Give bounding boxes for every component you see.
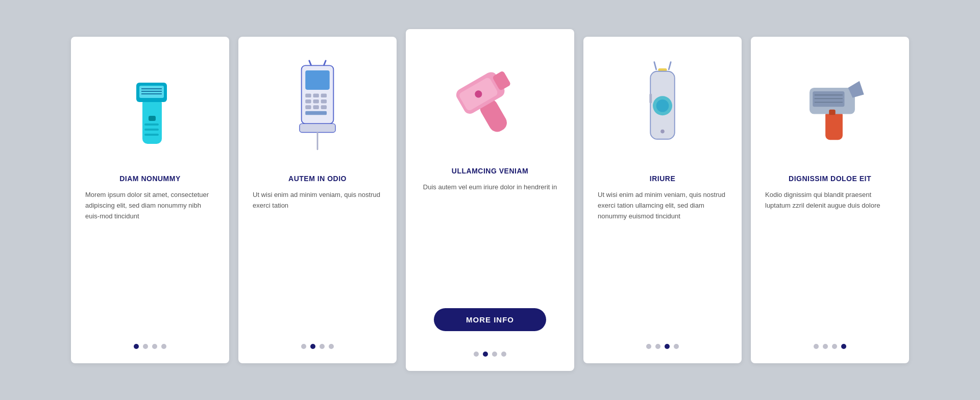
card-4-icon-area xyxy=(598,52,727,164)
card-2: AUTEM IN ODIO Ut wisi enim ad minim veni… xyxy=(238,37,397,363)
svg-rect-14 xyxy=(305,70,330,90)
svg-rect-18 xyxy=(305,99,311,104)
card-1-icon-area xyxy=(85,52,215,164)
dot xyxy=(814,344,819,349)
svg-line-32 xyxy=(669,62,671,69)
svg-rect-9 xyxy=(144,134,159,136)
card-5-title: DIGNISSIM DOLOE EIT xyxy=(789,174,871,183)
svg-point-37 xyxy=(656,99,669,112)
svg-rect-6 xyxy=(149,116,156,121)
svg-rect-22 xyxy=(313,105,318,109)
dot xyxy=(832,344,837,349)
svg-rect-24 xyxy=(305,111,327,115)
dot xyxy=(474,352,479,357)
svg-rect-19 xyxy=(313,99,318,104)
svg-rect-15 xyxy=(305,94,311,98)
card-4-text: Ut wisi enim ad minim veniam, quis nostr… xyxy=(598,190,727,334)
svg-line-31 xyxy=(654,62,656,69)
svg-rect-7 xyxy=(144,123,159,126)
card-5-text: Kodio dignissim qui blandit praesent lup… xyxy=(765,190,895,334)
card-4-title: IRIURE xyxy=(650,174,675,183)
dot xyxy=(483,352,488,357)
card-5-icon-area xyxy=(765,52,895,164)
card-1: DIAM NONUMMY Morem ipsum dolor sit amet,… xyxy=(71,37,229,363)
handheld-device-icon xyxy=(634,60,691,157)
card-2-title: AUTEM IN ODIO xyxy=(288,174,347,183)
more-info-button[interactable]: MORE INFO xyxy=(434,308,546,331)
svg-rect-2 xyxy=(139,86,164,98)
card-1-dots xyxy=(134,344,166,349)
card-2-text: Ut wisi enim ad minim veniam, quis nostr… xyxy=(253,190,382,334)
card-3: ULLAMCING VENIAM Duis autem vel eum iriu… xyxy=(406,29,574,371)
dot xyxy=(301,344,306,349)
dot xyxy=(655,344,660,349)
card-5: DIGNISSIM DOLOE EIT Kodio dignissim qui … xyxy=(751,37,909,363)
barcode-scanner-icon-1 xyxy=(117,62,183,154)
dot xyxy=(329,344,334,349)
dot xyxy=(674,344,679,349)
svg-rect-23 xyxy=(321,105,327,109)
gun-scanner-icon xyxy=(789,65,871,152)
handheld-scanner-pink-icon xyxy=(449,57,531,144)
card-2-dots xyxy=(301,344,334,349)
svg-rect-25 xyxy=(300,123,335,132)
card-2-icon-area xyxy=(253,52,382,164)
card-1-title: DIAM NONUMMY xyxy=(119,174,181,183)
pos-terminal-icon xyxy=(289,60,346,157)
svg-rect-20 xyxy=(321,99,327,104)
dot xyxy=(320,344,325,349)
svg-line-11 xyxy=(324,61,326,65)
svg-rect-39 xyxy=(649,94,652,104)
card-3-icon-area xyxy=(420,44,560,157)
dot xyxy=(143,344,148,349)
dot xyxy=(646,344,651,349)
svg-rect-8 xyxy=(144,129,159,131)
dot xyxy=(665,344,670,349)
card-3-title: ULLAMCING VENIAM xyxy=(452,167,528,175)
card-1-text: Morem ipsum dolor sit amet, consectetuer… xyxy=(85,190,215,334)
card-4: IRIURE Ut wisi enim ad minim veniam, qui… xyxy=(583,37,742,363)
cards-container: DIAM NONUMMY Morem ipsum dolor sit amet,… xyxy=(51,9,929,391)
svg-rect-17 xyxy=(321,94,327,98)
card-3-text: Duis autem vel eum iriure dolor in hendr… xyxy=(423,182,557,298)
dot xyxy=(161,344,166,349)
dot xyxy=(823,344,828,349)
svg-point-38 xyxy=(660,130,665,134)
dot xyxy=(134,344,139,349)
svg-rect-21 xyxy=(305,105,311,109)
dot xyxy=(841,344,846,349)
svg-rect-44 xyxy=(829,110,835,115)
dot xyxy=(501,352,506,357)
svg-rect-43 xyxy=(813,91,844,107)
card-5-dots xyxy=(814,344,846,349)
svg-rect-16 xyxy=(313,94,318,98)
card-4-dots xyxy=(646,344,679,349)
dot xyxy=(152,344,157,349)
card-3-dots xyxy=(474,352,506,357)
dot xyxy=(492,352,497,357)
dot xyxy=(310,344,315,349)
svg-line-10 xyxy=(309,61,311,65)
